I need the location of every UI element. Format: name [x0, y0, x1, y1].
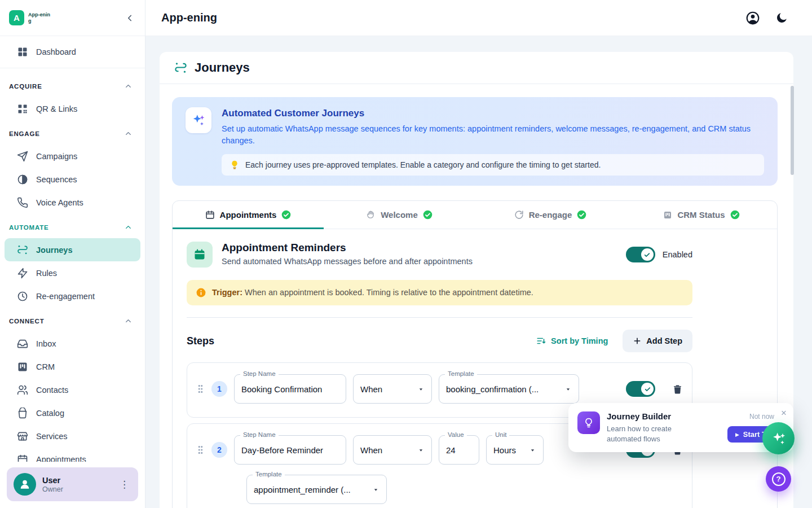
add-step-button[interactable]: Add Step [623, 330, 692, 352]
value-value: 24 [446, 445, 456, 455]
when-value: When [360, 384, 382, 394]
ai-assistant-fab[interactable] [762, 422, 795, 454]
appointments-panel: Appointment Reminders Send automated Wha… [173, 229, 777, 508]
divider [187, 317, 692, 318]
toast-description: Learn how to create automated flows [607, 424, 697, 444]
sidebar-item-catalog[interactable]: Catalog [0, 401, 145, 424]
sidebar-item-contacts[interactable]: Contacts [0, 378, 145, 401]
journeys-info-banner: Automated Customer Journeys Set up autom… [172, 97, 778, 186]
calendar-check-icon [187, 242, 213, 268]
template-select[interactable]: Template appointment_reminder (... [246, 475, 387, 504]
trigger-banner: Trigger: When an appointment is booked. … [187, 280, 692, 305]
step-name-input[interactable]: Step Name Booking Confirmation [234, 374, 346, 404]
chevron-up-icon [124, 129, 133, 138]
shopping-bag-icon [17, 408, 28, 419]
sidebar-item-label: Sequences [36, 175, 77, 184]
sparkles-icon [186, 107, 211, 133]
value-input[interactable]: Value 24 [439, 435, 479, 465]
template-value: booking_confirmation (... [446, 384, 539, 394]
calendar-icon [205, 210, 215, 220]
sidebar-item-label: Campaigns [36, 152, 77, 161]
sidebar-divider [0, 68, 145, 68]
enabled-label: Enabled [663, 250, 692, 259]
step-enabled-toggle[interactable] [626, 381, 655, 397]
sidebar-item-label: Rules [36, 269, 57, 278]
sidebar-item-label: Journeys [36, 246, 72, 255]
template-select[interactable]: Template booking_confirmation (... [439, 374, 579, 404]
kanban-icon [17, 361, 28, 373]
drag-handle-icon[interactable] [196, 445, 205, 455]
sidebar-item-label: Appointments [36, 455, 86, 462]
sidebar-collapse-button[interactable] [125, 13, 135, 23]
inbox-icon [17, 338, 28, 349]
sidebar-item-sequences[interactable]: Sequences [0, 168, 145, 191]
chevron-down-icon [564, 386, 572, 393]
tab-label: Re-engage [529, 210, 572, 220]
sidebar-item-inbox[interactable]: Inbox [0, 332, 145, 355]
help-fab[interactable]: ? [766, 466, 791, 492]
sidebar-item-rules[interactable]: Rules [0, 261, 145, 284]
scrollbar-thumb[interactable] [791, 86, 794, 175]
delete-step-icon[interactable] [672, 384, 683, 395]
sidebar-item-appointments[interactable]: Appointments [0, 448, 145, 462]
sidebar-item-campaigns[interactable]: Campaigns [0, 144, 145, 168]
journey-builder-toast: × Journey Builder Learn how to create au… [568, 403, 793, 452]
sidebar-item-voice-agents[interactable]: Voice Agents [0, 191, 145, 214]
toast-texts: Journey Builder Learn how to create auto… [607, 411, 697, 444]
dark-mode-toggle[interactable] [775, 11, 788, 25]
sidebar-item-services[interactable]: Services [0, 424, 145, 448]
sidebar-item-dashboard[interactable]: Dashboard [0, 40, 145, 63]
lightbulb-icon [577, 411, 600, 434]
when-select[interactable]: When [353, 435, 432, 465]
step-name-input[interactable]: Step Name Day-Before Reminder [234, 435, 346, 465]
chevron-up-icon [124, 317, 133, 325]
sidebar-item-qr-links[interactable]: QR & Links [0, 97, 145, 120]
drag-handle-icon[interactable] [196, 384, 205, 394]
sidebar-section-connect[interactable]: CONNECT [0, 308, 145, 332]
field-label: Step Name [240, 370, 279, 377]
trigger-label: Trigger: [212, 288, 242, 297]
topbar-actions [745, 11, 788, 25]
tab-crm-status[interactable]: CRM Status [626, 201, 777, 229]
category-header: Appointment Reminders Send automated Wha… [187, 242, 692, 268]
sidebar-item-crm[interactable]: CRM [0, 355, 145, 378]
sidebar-item-label: QR & Links [36, 104, 77, 113]
not-now-link[interactable]: Not now [749, 413, 774, 421]
sidebar-section-engage[interactable]: ENGAGE [0, 120, 145, 144]
kanban-icon [663, 211, 672, 220]
avatar [14, 473, 36, 496]
unit-select[interactable]: Unit Hours [486, 435, 544, 465]
journey-categories-card: Appointments Welcome [172, 200, 778, 508]
category-text: Appointment Reminders Send automated Wha… [222, 242, 473, 266]
calendar-icon [17, 454, 28, 462]
lightning-icon [17, 268, 28, 279]
step-row: 1 Step Name Booking Confirmation When [196, 374, 683, 404]
storefront-icon [17, 431, 28, 442]
sidebar-section-automate[interactable]: AUTOMATE [0, 214, 145, 238]
app-logo-text: App-ening [28, 12, 51, 24]
kebab-menu-icon[interactable]: ⋮ [117, 479, 131, 491]
enabled-toggle[interactable] [626, 247, 655, 262]
when-select[interactable]: When [353, 374, 432, 404]
tab-appointments[interactable]: Appointments [173, 201, 324, 229]
sidebar-item-label: Contacts [36, 386, 68, 395]
chevron-down-icon [417, 446, 425, 454]
sort-by-timing-button[interactable]: Sort by Timing [536, 336, 608, 346]
sidebar-item-label: Dashboard [36, 47, 76, 56]
step-name-value: Day-Before Reminder [241, 445, 323, 455]
account-button[interactable] [745, 11, 760, 25]
tab-welcome[interactable]: Welcome [324, 201, 475, 229]
tab-re-engage[interactable]: Re-engage [475, 201, 626, 229]
people-icon [17, 384, 28, 396]
user-card[interactable]: User Owner ⋮ [7, 467, 138, 501]
tab-label: Appointments [220, 210, 277, 220]
section-label: CONNECT [9, 318, 44, 325]
sidebar-section-acquire[interactable]: ACQUIRE [0, 73, 145, 97]
sidebar-item-re-engagement[interactable]: Re-engagement [0, 284, 145, 308]
close-icon[interactable]: × [781, 408, 787, 418]
app-logo: A App-ening [9, 10, 51, 25]
template-value: appointment_reminder (... [254, 485, 351, 494]
step-number-badge: 1 [211, 381, 227, 397]
sidebar: A App-ening Dashboard ACQUIRE QR & Links [0, 0, 145, 508]
sidebar-item-journeys[interactable]: Journeys [5, 238, 140, 261]
